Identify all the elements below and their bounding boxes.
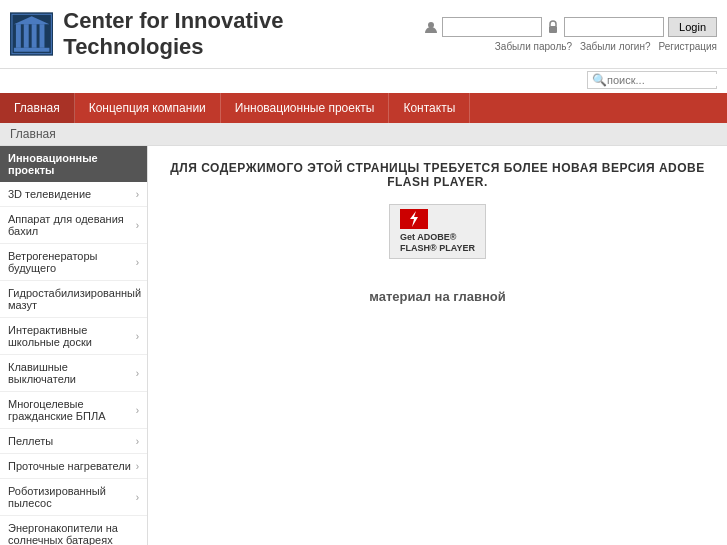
- chevron-right-icon: ›: [136, 492, 139, 503]
- sidebar-item-label: Гидростабилизированный мазут: [8, 287, 141, 311]
- sidebar-item-label: Ветрогенераторы будущего: [8, 250, 136, 274]
- login-button[interactable]: Login: [668, 17, 717, 37]
- sidebar-item-label: Интерактивные школьные доски: [8, 324, 136, 348]
- chevron-right-icon: ›: [136, 436, 139, 447]
- sidebar-item[interactable]: Пеллеты›: [0, 429, 147, 454]
- forgot-password-link[interactable]: Забыли пароль?: [495, 41, 572, 52]
- flash-badge-text: Get ADOBE® FLASH® PLAYER: [400, 232, 475, 254]
- sidebar: Инновационные проекты 3D телевидение›Апп…: [0, 146, 148, 545]
- login-area: Login Забыли пароль? Забыли логин? Регис…: [424, 17, 717, 52]
- register-link[interactable]: Регистрация: [659, 41, 717, 52]
- flash-badge[interactable]: Get ADOBE® FLASH® PLAYER: [389, 204, 486, 259]
- sidebar-item[interactable]: Интерактивные школьные доски›: [0, 318, 147, 355]
- sidebar-item[interactable]: Энергонакопители на солнечных батареях: [0, 516, 147, 545]
- password-input[interactable]: [564, 17, 664, 37]
- flash-icon: [400, 209, 428, 229]
- sidebar-item[interactable]: Ветрогенераторы будущего›: [0, 244, 147, 281]
- svg-rect-2: [16, 24, 21, 48]
- sidebar-item[interactable]: Многоцелевые гражданские БПЛА›: [0, 392, 147, 429]
- header: Center for Innovative Technologies Login…: [0, 0, 727, 69]
- login-row: Login: [424, 17, 717, 37]
- flash-message: ДЛЯ СОДЕРЖИМОГО ЭТОЙ СТРАНИЦЫ ТРЕБУЕТСЯ …: [168, 161, 707, 189]
- chevron-right-icon: ›: [136, 189, 139, 200]
- sidebar-item[interactable]: Гидростабилизированный мазут: [0, 281, 147, 318]
- svg-rect-4: [32, 24, 37, 48]
- svg-rect-3: [24, 24, 29, 48]
- nav-item-контакты[interactable]: Контакты: [389, 93, 470, 123]
- chevron-right-icon: ›: [136, 405, 139, 416]
- chevron-right-icon: ›: [136, 461, 139, 472]
- svg-rect-9: [549, 26, 557, 33]
- site-title: Center for Innovative Technologies: [63, 8, 424, 60]
- username-input[interactable]: [442, 17, 542, 37]
- lock-icon: [546, 20, 560, 34]
- navbar: ГлавнаяКонцепция компанииИнновационные п…: [0, 93, 727, 123]
- sidebar-item-label: Клавишные выключатели: [8, 361, 136, 385]
- main-layout: Инновационные проекты 3D телевидение›Апп…: [0, 146, 727, 545]
- chevron-right-icon: ›: [136, 220, 139, 231]
- sidebar-item-label: Роботизированный пылесос: [8, 485, 136, 509]
- sidebar-item-label: Аппарат для одевания бахил: [8, 213, 136, 237]
- content-area: ДЛЯ СОДЕРЖИМОГО ЭТОЙ СТРАНИЦЫ ТРЕБУЕТСЯ …: [148, 146, 727, 545]
- sidebar-title: Инновационные проекты: [0, 146, 147, 182]
- chevron-right-icon: ›: [136, 368, 139, 379]
- sidebar-item-label: Пеллеты: [8, 435, 53, 447]
- search-area: 🔍: [0, 69, 727, 93]
- svg-rect-5: [40, 24, 45, 48]
- sidebar-item-label: Многоцелевые гражданские БПЛА: [8, 398, 136, 422]
- sidebar-item-label: 3D телевидение: [8, 188, 91, 200]
- nav-item-главная[interactable]: Главная: [0, 93, 75, 123]
- breadcrumb: Главная: [0, 123, 727, 146]
- sidebar-item[interactable]: 3D телевидение›: [0, 182, 147, 207]
- search-input[interactable]: [607, 74, 717, 86]
- logo-area: Center for Innovative Technologies: [10, 8, 424, 60]
- forgot-row: Забыли пароль? Забыли логин? Регистрация: [495, 41, 717, 52]
- forgot-login-link[interactable]: Забыли логин?: [580, 41, 651, 52]
- search-icon: 🔍: [592, 73, 607, 87]
- nav-item-инновационные-проекты[interactable]: Инновационные проекты: [221, 93, 390, 123]
- sidebar-item-label: Проточные нагреватели: [8, 460, 131, 472]
- svg-rect-7: [14, 48, 49, 52]
- main-text: материал на главной: [168, 289, 707, 304]
- user-icon: [424, 20, 438, 34]
- chevron-right-icon: ›: [136, 257, 139, 268]
- sidebar-item[interactable]: Проточные нагреватели›: [0, 454, 147, 479]
- sidebar-item[interactable]: Роботизированный пылесос›: [0, 479, 147, 516]
- chevron-right-icon: ›: [136, 331, 139, 342]
- sidebar-item-label: Энергонакопители на солнечных батареях: [8, 522, 139, 545]
- sidebar-item[interactable]: Аппарат для одевания бахил›: [0, 207, 147, 244]
- logo-icon: [10, 12, 53, 56]
- sidebar-item[interactable]: Клавишные выключатели›: [0, 355, 147, 392]
- nav-item-концепция-компании[interactable]: Концепция компании: [75, 93, 221, 123]
- search-wrapper: 🔍: [587, 71, 717, 89]
